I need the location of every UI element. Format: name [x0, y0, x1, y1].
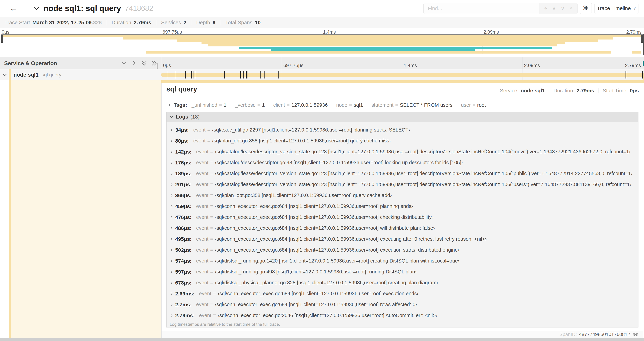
chevron-down-icon[interactable]	[2, 72, 7, 77]
log-entry[interactable]: 189μs:event=‹sql/catalog/lease/descripto…	[166, 168, 638, 179]
tags-section[interactable]: Tags: _unfinished=1_verbose=1client=127.…	[166, 100, 639, 110]
log-field-key: event	[196, 247, 208, 253]
minimap-tick-label: 2.09ms	[484, 30, 499, 35]
column-resize-handle[interactable]	[156, 63, 158, 69]
trace-id: 7418682	[125, 4, 153, 13]
ruler-tick-label: 1.4ms	[404, 63, 417, 68]
operation-name: sql query	[42, 72, 62, 78]
duration-value: 2.79ms	[576, 88, 594, 94]
trace-meta-item: Trace StartMarch 31 2022, 17:25:09.326	[4, 20, 102, 26]
log-entry[interactable]: 201μs:event=‹sql/catalog/lease/descripto…	[166, 179, 638, 190]
log-entry[interactable]: 366μs:event=‹sql/plan_opt.go:358 [nsql1,…	[166, 190, 638, 201]
chevron-right-icon	[170, 172, 174, 176]
equals-sign: =	[349, 102, 352, 108]
log-entry[interactable]: 176μs:event=‹sql/catalog/descs/descripto…	[166, 157, 638, 168]
log-entry[interactable]: 2.79ms:event=‹sql/conn_executor_exec.go:…	[166, 310, 638, 321]
service-operation-title: Service & Operation	[4, 57, 57, 69]
minimap-left-scrubber[interactable]	[2, 35, 3, 43]
collapse-one-icon[interactable]	[121, 60, 127, 66]
chevron-right-icon	[170, 194, 174, 197]
minimap-span-bar	[632, 51, 642, 54]
log-entry[interactable]: 2.69ms:event=‹sql/conn_executor_exec.go:…	[166, 288, 638, 299]
log-timestamp: 142μs:	[175, 149, 192, 155]
chevron-right-icon	[170, 128, 174, 132]
keyboard-shortcuts-button[interactable]: ⌘	[580, 3, 592, 14]
log-entry[interactable]: 476μs:event=‹sql/conn_executor_exec.go:6…	[166, 212, 638, 223]
chevron-right-icon	[170, 161, 174, 165]
log-field-value: ‹sql/distsql_running.go:498 [nsql1,clien…	[215, 269, 417, 275]
minimap-span-bar	[239, 47, 552, 49]
log-entry[interactable]: 34μs:event=‹sql/exec_util.go:2297 [nsql1…	[166, 124, 638, 135]
equals-sign: =	[210, 269, 213, 275]
log-marker-tick	[260, 71, 260, 79]
log-field-value: ‹sql/catalog/lease/descriptor_version_st…	[215, 149, 631, 155]
equals-sign: =	[210, 149, 213, 155]
log-entry[interactable]: 459μs:event=‹sql/conn_executor_exec.go:6…	[166, 201, 638, 212]
chevron-right-icon	[170, 237, 174, 241]
log-marker-tick	[245, 71, 245, 79]
trace-collapse-toggle[interactable]	[33, 0, 40, 17]
equals-sign: =	[207, 138, 210, 144]
log-entry[interactable]: 502μs:event=‹sql/conn_executor_exec.go:6…	[166, 244, 638, 255]
log-field-value: ‹sql/conn_executor_exec.go:684 [nsql1,cl…	[215, 236, 487, 242]
view-selector-button[interactable]: Trace Timeline ∨	[594, 3, 638, 14]
log-field-key: event	[193, 138, 206, 144]
logs-title: Logs	[176, 114, 188, 120]
tag-value: 1	[224, 102, 226, 108]
equals-sign: =	[210, 247, 213, 253]
minimap-tick-label: 2.79ms	[626, 30, 642, 35]
find-controls: ⌖ ∧ ∨ ×	[539, 3, 577, 14]
log-entry[interactable]: 678μs:event=‹sql/distsql_physical_planne…	[166, 277, 638, 288]
expand-one-icon[interactable]	[131, 60, 137, 66]
log-field-value: ‹sql/catalog/descs/descriptor.go:98 [nsq…	[215, 160, 463, 165]
meta-label: Services	[161, 20, 181, 26]
equals-sign: =	[210, 192, 213, 198]
log-entry[interactable]: 574μs:event=‹sql/distsql_running.go:1420…	[166, 255, 638, 266]
span-bar-cell[interactable]	[161, 69, 642, 80]
log-entry[interactable]: 495μs:event=‹sql/conn_executor_exec.go:6…	[166, 234, 638, 244]
log-field-key: event	[196, 302, 208, 307]
log-field-key: event	[196, 269, 208, 275]
tags-list: _unfinished=1_verbose=1client=127.0.0.1:…	[192, 102, 486, 108]
log-entry[interactable]: 2.7ms:event=‹sql/conn_executor_exec.go:6…	[166, 299, 638, 310]
log-entry[interactable]: 486μs:event=‹sql/conn_executor_exec.go:6…	[166, 223, 638, 234]
collapse-all-icon[interactable]	[141, 60, 147, 66]
chevron-right-icon	[170, 314, 174, 317]
tag-item: user=root	[461, 102, 486, 108]
log-timestamp: 574μs:	[175, 258, 192, 264]
log-entry[interactable]: 80μs:event=‹sql/plan_opt.go:358 [nsql1,c…	[166, 135, 638, 146]
log-timestamp: 80μs:	[175, 138, 189, 144]
log-field-key: event	[196, 171, 208, 176]
prev-match-icon[interactable]: ∧	[552, 5, 556, 12]
log-timestamp: 366μs:	[175, 192, 192, 198]
logs-header[interactable]: Logs (18)	[166, 112, 638, 122]
span-duration-bar[interactable]	[161, 73, 642, 77]
locate-icon[interactable]: ⌖	[544, 5, 547, 12]
tag-key: user	[461, 102, 471, 108]
chevron-right-icon	[170, 150, 174, 154]
back-button[interactable]: ←	[0, 0, 27, 17]
chevron-right-icon	[170, 292, 174, 296]
log-marker-tick	[278, 71, 278, 79]
span-name-cell[interactable]: node sql1 sql query	[14, 69, 61, 80]
tag-key: node	[336, 102, 348, 108]
equals-sign: =	[210, 214, 213, 220]
tag-item: statement=SELECT * FROM users	[372, 102, 452, 108]
log-field-value: ‹sql/conn_executor_exec.go:684 [nsql1,cl…	[218, 291, 418, 296]
log-field-value: ‹sql/plan_opt.go:358 [nsql1,client=127.0…	[215, 192, 392, 198]
chevron-right-icon	[170, 270, 174, 274]
span-detail-panel: sql query Service: node sql1 Duration: 2…	[161, 83, 642, 338]
tag-key: _unfinished	[192, 102, 217, 108]
log-marker-tick	[243, 71, 244, 79]
log-entry[interactable]: 597μs:event=‹sql/distsql_running.go:498 …	[166, 266, 638, 277]
clear-search-icon[interactable]: ×	[570, 5, 572, 11]
link-icon[interactable]	[633, 332, 638, 337]
minimap-right-scrubber[interactable]	[641, 35, 642, 43]
search-input[interactable]	[424, 3, 539, 14]
chevron-right-icon	[170, 204, 174, 208]
equals-sign: =	[213, 291, 216, 296]
log-entry[interactable]: 142μs:event=‹sql/catalog/lease/descripto…	[166, 146, 638, 157]
next-match-icon[interactable]: ∨	[561, 5, 564, 12]
log-field-key: event	[196, 203, 208, 209]
minimap-canvas[interactable]	[1, 34, 643, 54]
